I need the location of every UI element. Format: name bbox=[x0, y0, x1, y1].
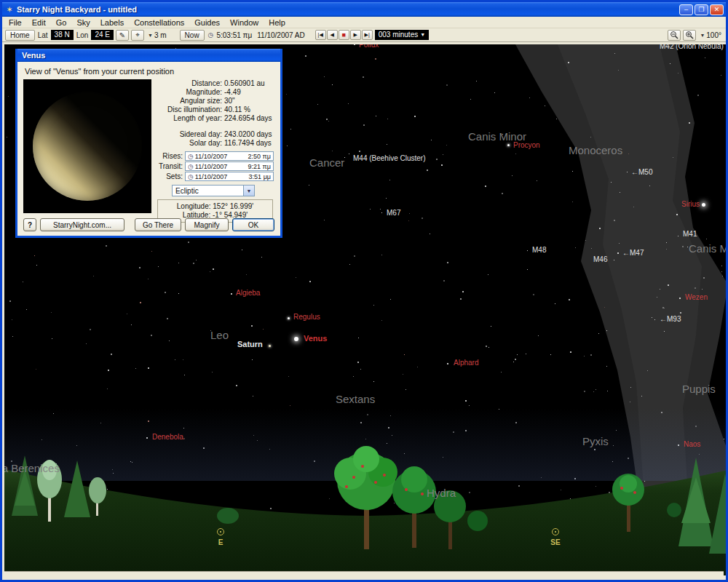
sky-label-procyon[interactable]: Procyon bbox=[513, 141, 540, 149]
sky-label-m42-orion-nebula[interactable]: M42 (Orion Nebula) bbox=[660, 44, 724, 50]
dialog-titlebar[interactable]: Venus bbox=[17, 49, 280, 62]
step-forward-button[interactable]: ▶| bbox=[362, 30, 373, 40]
stat-value: -4.49 bbox=[224, 88, 241, 97]
sky-label-m44-beehive-cluster[interactable]: M44 (Beehive Cluster) bbox=[353, 154, 425, 162]
elevation-dropdown[interactable]: ▼ 3 m bbox=[146, 31, 168, 39]
chevron-down-icon: ▼ bbox=[420, 30, 425, 40]
stat-value: 40.11 % bbox=[224, 105, 250, 114]
sky-label-m67[interactable]: M67 bbox=[387, 209, 400, 217]
menu-sky[interactable]: Sky bbox=[71, 17, 95, 28]
window-titlebar[interactable]: ✶ Starry Night Backyard - untitled – ❐ ✕ bbox=[2, 2, 726, 17]
sky-label-sirius[interactable]: Sirius bbox=[681, 200, 700, 208]
sky-label-naos[interactable]: Naos bbox=[684, 440, 700, 448]
coordinate-system-dropdown[interactable]: Ecliptic ▼ bbox=[172, 185, 255, 196]
venus-image bbox=[23, 79, 151, 213]
dialog-subtitle: View of "Venus" from your current positi… bbox=[25, 67, 274, 76]
menu-constellations[interactable]: Constellations bbox=[129, 17, 189, 28]
menu-file[interactable]: File bbox=[4, 17, 27, 28]
menu-help[interactable]: Help bbox=[264, 17, 290, 28]
location-marker-icon[interactable]: ⌖ bbox=[131, 30, 144, 41]
event-label: Sets: bbox=[157, 172, 185, 180]
stat-label: Solar day: bbox=[157, 139, 224, 148]
stat-row: Magnitude:-4.49 bbox=[157, 88, 274, 97]
compass-marker-icon bbox=[217, 528, 224, 535]
sky-label-m50[interactable]: ←M50 bbox=[631, 168, 652, 176]
menu-window[interactable]: Window bbox=[225, 17, 264, 28]
menu-guides[interactable]: Guides bbox=[189, 17, 225, 28]
date-value: 11/10/2007 AD bbox=[257, 31, 304, 39]
help-button[interactable]: ? bbox=[23, 218, 36, 231]
time-step-value: 003 minutes bbox=[379, 30, 418, 40]
maximize-button[interactable]: ❐ bbox=[695, 4, 708, 15]
stat-label: Magnitude: bbox=[157, 88, 224, 97]
menu-edit[interactable]: Edit bbox=[27, 17, 51, 28]
field-of-view-dropdown[interactable]: ▼ 100° bbox=[698, 31, 723, 39]
sky-label-m46[interactable]: M46 bbox=[593, 255, 607, 263]
event-datetime-field[interactable]: ◷11/10/20073:51 μμ bbox=[185, 172, 274, 181]
time-field[interactable]: ◷ 5:03:51 πμ bbox=[207, 31, 254, 39]
event-row: Rises:◷11/10/20072:50 πμ bbox=[157, 151, 274, 161]
compass-marker-icon bbox=[552, 528, 559, 535]
zoom-in-button[interactable] bbox=[683, 30, 696, 41]
clock-icon: ◷ bbox=[188, 153, 194, 160]
sky-label-m48[interactable]: M48 bbox=[532, 246, 546, 254]
close-button[interactable]: ✕ bbox=[710, 4, 724, 15]
zoom-out-button[interactable] bbox=[668, 30, 681, 41]
menu-go[interactable]: Go bbox=[51, 17, 72, 28]
now-button[interactable]: Now bbox=[180, 30, 205, 41]
edit-location-icon[interactable]: ✎ bbox=[116, 30, 129, 41]
time-step-dropdown[interactable]: 003 minutes ▼ bbox=[375, 30, 429, 40]
magnify-button[interactable]: Magnify bbox=[185, 218, 229, 231]
ok-button[interactable]: OK bbox=[232, 218, 274, 231]
sky-label-sextans: Sextans bbox=[336, 393, 375, 405]
event-row: Transit:◷11/10/20079:21 πμ bbox=[157, 162, 274, 171]
stop-button[interactable]: ■ bbox=[339, 30, 349, 40]
sky-label-m41[interactable]: M41 bbox=[683, 230, 697, 238]
sky-label-venus[interactable]: Venus bbox=[304, 334, 327, 343]
sky-label-pyxis: Pyxis bbox=[582, 435, 609, 447]
sky-label-m47[interactable]: ←M47 bbox=[622, 249, 644, 257]
chevron-down-icon[interactable]: ▼ bbox=[243, 186, 254, 196]
play-backward-button[interactable]: ◀ bbox=[327, 30, 338, 40]
event-time: 3:51 μμ bbox=[249, 173, 271, 180]
starrynight-website-button[interactable]: StarryNight.com... bbox=[40, 218, 124, 231]
planet-day-stats: Sidereal day:243.0200 daysSolar day:116.… bbox=[157, 130, 274, 148]
sky-label-saturn[interactable]: Saturn bbox=[237, 340, 263, 348]
date-field[interactable]: 11/10/2007 AD bbox=[256, 31, 306, 39]
dialog-body: View of "Venus" from your current positi… bbox=[17, 62, 280, 236]
event-row: Sets:◷11/10/20073:51 μμ bbox=[157, 172, 274, 181]
event-date: 11/10/2007 bbox=[195, 163, 227, 170]
event-datetime-field[interactable]: ◷11/10/20072:50 πμ bbox=[185, 151, 274, 161]
event-datetime-field[interactable]: ◷11/10/20079:21 πμ bbox=[185, 162, 274, 171]
sky-label-monoceros: Monoceros bbox=[569, 144, 622, 156]
event-time: 9:21 πμ bbox=[248, 163, 271, 170]
stat-row: Solar day:116.7494 days bbox=[157, 139, 274, 148]
zoom-in-icon bbox=[685, 31, 694, 39]
minimize-button[interactable]: – bbox=[679, 4, 693, 15]
sky-label-wezen[interactable]: Wezen bbox=[685, 293, 708, 301]
sky-label-m93[interactable]: ←M93 bbox=[660, 315, 681, 323]
clock-icon: ◷ bbox=[188, 163, 194, 170]
dialog-buttons: ? StarryNight.com... Go There Magnify OK bbox=[23, 218, 274, 231]
stat-label: Angular size: bbox=[157, 97, 224, 105]
sky-label-denebola[interactable]: Denebola bbox=[152, 433, 183, 441]
sky-label-pollux[interactable]: Pollux bbox=[359, 44, 379, 49]
menu-labels[interactable]: Labels bbox=[95, 17, 129, 28]
sky-label-alphard[interactable]: Alphard bbox=[454, 359, 478, 367]
stat-label: Sidereal day: bbox=[157, 130, 224, 139]
rise-set-events: Rises:◷11/10/20072:50 πμTransit:◷11/10/2… bbox=[157, 151, 274, 181]
time-value: 5:03:51 πμ bbox=[216, 31, 252, 39]
event-time: 2:50 πμ bbox=[248, 153, 271, 160]
sky-label-regulus[interactable]: Regulus bbox=[293, 313, 320, 321]
longitude-value[interactable]: 24 E bbox=[91, 30, 114, 40]
go-there-button[interactable]: Go There bbox=[135, 218, 181, 231]
latitude-value[interactable]: 38 N bbox=[51, 30, 74, 40]
step-back-button[interactable]: |◀ bbox=[315, 30, 326, 40]
play-forward-button[interactable]: ▶ bbox=[350, 30, 361, 40]
sky-label-algieba[interactable]: Algieba bbox=[236, 289, 260, 297]
sky-label-hydra: Hydra bbox=[427, 487, 456, 499]
toolbar: Home Lat 38 N Lon 24 E ✎ ⌖ ▼ 3 m Now ◷ 5… bbox=[2, 28, 726, 42]
sky-label-coma-berenices: Coma Berenices bbox=[4, 462, 60, 474]
home-button[interactable]: Home bbox=[5, 30, 35, 41]
clock-icon: ◷ bbox=[208, 31, 214, 39]
